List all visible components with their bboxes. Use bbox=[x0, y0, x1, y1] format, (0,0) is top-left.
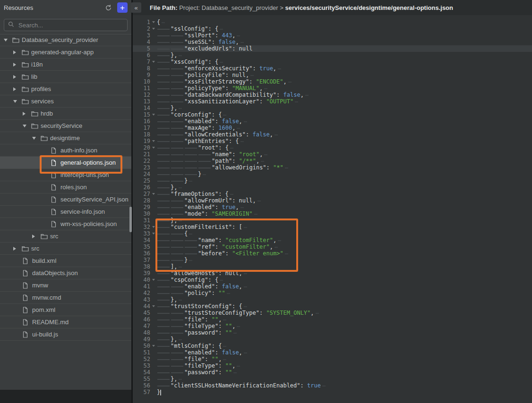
code-line[interactable]: 57} bbox=[133, 389, 532, 395]
tree-item-intercept-urls-json[interactable]: intercept-urls.json bbox=[0, 169, 131, 181]
tree-item-wm-xss-policies-json[interactable]: wm-xss-policies.json bbox=[0, 218, 131, 230]
fold-toggle-icon[interactable] bbox=[150, 343, 157, 349]
code-line[interactable]: 30"mode": "SAMEORIGIN" bbox=[133, 210, 532, 217]
tree-item-securityservice-api-json[interactable]: securityService_API.json bbox=[0, 193, 131, 206]
code-line[interactable]: 37} bbox=[133, 257, 532, 263]
tree-item-mvnw-cmd[interactable]: mvnw.cmd bbox=[0, 292, 131, 304]
code-line[interactable]: 18"allowCredentials": false, bbox=[133, 131, 532, 138]
code-line[interactable]: 29"enabled": true, bbox=[133, 204, 532, 210]
tree-item-pom-xml[interactable]: pom.xml bbox=[0, 304, 131, 316]
chevron-down-icon[interactable] bbox=[23, 125, 31, 127]
code-editor[interactable]: 1{2"sslConfig": {3"sslPort": 443,4"useSS… bbox=[133, 15, 532, 403]
code-line[interactable]: 15"corsConfig": { bbox=[133, 111, 532, 118]
fold-toggle-icon[interactable] bbox=[150, 59, 157, 65]
tree-item-services[interactable]: services bbox=[0, 95, 131, 108]
code-line[interactable]: 43}, bbox=[133, 296, 532, 303]
code-line[interactable]: 31}, bbox=[133, 217, 532, 224]
tree-item-hrdb[interactable]: hrdb bbox=[0, 108, 131, 120]
tree-item-src[interactable]: src bbox=[0, 230, 131, 243]
code-line[interactable]: 24} bbox=[133, 171, 532, 177]
tree-item-mvnw[interactable]: mvnw bbox=[0, 279, 131, 292]
search-box[interactable] bbox=[4, 19, 128, 31]
refresh-button[interactable] bbox=[103, 2, 113, 13]
tree-item-service-info-json[interactable]: service-info.json bbox=[0, 206, 131, 218]
chevron-right-icon[interactable] bbox=[13, 63, 22, 67]
fold-toggle-icon[interactable] bbox=[150, 111, 157, 118]
code-line[interactable]: 39"allowedHosts": null, bbox=[133, 270, 532, 277]
code-line[interactable]: 51"enabled": false, bbox=[133, 349, 532, 356]
code-line[interactable]: 8"enforceXssSecurity": true, bbox=[133, 65, 532, 72]
code-line[interactable]: 40"cspConfig": { bbox=[133, 277, 532, 283]
code-line[interactable]: 9"policyFile": null, bbox=[133, 72, 532, 78]
code-line[interactable]: 33{ bbox=[133, 230, 532, 237]
sidebar-scrollbar-thumb[interactable] bbox=[129, 207, 132, 232]
fold-toggle-icon[interactable] bbox=[150, 230, 157, 237]
code-line[interactable]: 20"root": { bbox=[133, 144, 532, 151]
code-line[interactable]: 13"xssSanitizationLayer": "OUTPUT" bbox=[133, 98, 532, 105]
code-line[interactable]: 46"file": "", bbox=[133, 316, 532, 323]
tree-item-src[interactable]: src bbox=[0, 243, 131, 255]
code-line[interactable]: 26}, bbox=[133, 184, 532, 191]
chevron-down-icon[interactable] bbox=[4, 39, 12, 42]
chevron-right-icon[interactable] bbox=[13, 50, 22, 54]
code-line[interactable]: 22"path": "/**", bbox=[133, 158, 532, 164]
code-line[interactable]: 53"fileType": "", bbox=[133, 362, 532, 369]
fold-toggle-icon[interactable] bbox=[150, 25, 157, 32]
code-line[interactable]: 32"customFilterList": [ bbox=[133, 224, 532, 230]
chevron-right-icon[interactable] bbox=[13, 75, 22, 79]
fold-toggle-icon[interactable] bbox=[150, 191, 157, 197]
fold-toggle-icon[interactable] bbox=[150, 224, 157, 230]
code-line[interactable]: 45"trustStoreConfigType": "SYSTEM_ONLY", bbox=[133, 310, 532, 316]
chevron-right-icon[interactable] bbox=[23, 112, 31, 116]
tree-item-dataobjects-json[interactable]: dataObjects.json bbox=[0, 267, 131, 279]
code-line[interactable]: 17"maxAge": 1600, bbox=[133, 125, 532, 131]
chevron-down-icon[interactable] bbox=[13, 100, 22, 103]
code-line[interactable]: 52"file": "", bbox=[133, 356, 532, 362]
tree-item-build-xml[interactable]: build.xml bbox=[0, 255, 131, 267]
chevron-down-icon[interactable] bbox=[32, 137, 41, 140]
code-line[interactable]: 27"frameOptions": { bbox=[133, 191, 532, 197]
code-line[interactable]: 14}, bbox=[133, 105, 532, 111]
code-line[interactable]: 47"fileType": "", bbox=[133, 323, 532, 329]
code-line[interactable]: 34"name": "customFilter", bbox=[133, 237, 532, 243]
tree-item-generated-angular-app[interactable]: generated-angular-app bbox=[0, 46, 131, 59]
code-line[interactable]: 10"xssFilterStrategy": "ENCODE", bbox=[133, 78, 532, 85]
collapse-sidebar-button[interactable]: « bbox=[131, 2, 141, 13]
search-input[interactable] bbox=[17, 21, 123, 29]
code-line[interactable]: 54"password": "" bbox=[133, 369, 532, 376]
tree-item-securityservice[interactable]: securityService bbox=[0, 120, 131, 132]
fold-toggle-icon[interactable] bbox=[150, 138, 157, 144]
chevron-right-icon[interactable] bbox=[13, 247, 22, 251]
code-line[interactable]: 56"clientSSLHostNameVerificationEnabled"… bbox=[133, 382, 532, 389]
code-line[interactable]: 3"sslPort": 443, bbox=[133, 32, 532, 39]
fold-toggle-icon[interactable] bbox=[150, 277, 157, 283]
chevron-right-icon[interactable] bbox=[13, 87, 22, 91]
code-line[interactable]: 49}, bbox=[133, 336, 532, 343]
code-line[interactable]: 21"name": "root", bbox=[133, 151, 532, 158]
code-line[interactable]: 38], bbox=[133, 263, 532, 270]
tree-item-readme-md[interactable]: README.md bbox=[0, 316, 131, 328]
code-line[interactable]: 41"enabled": false, bbox=[133, 283, 532, 290]
tree-item-roles-json[interactable]: roles.json bbox=[0, 181, 131, 193]
code-line[interactable]: 36"before": "<Filter enum>" bbox=[133, 250, 532, 257]
tree-item-designtime[interactable]: designtime bbox=[0, 132, 131, 144]
tree-item-database-security-provider[interactable]: Database_security_provider bbox=[0, 34, 131, 46]
code-line[interactable]: 11"policyType": "MANUAL", bbox=[133, 85, 532, 92]
code-line[interactable]: 28"allowFromUrl": null, bbox=[133, 197, 532, 204]
code-line[interactable]: 55}, bbox=[133, 376, 532, 382]
fold-toggle-icon[interactable] bbox=[150, 144, 157, 151]
tree-item-i18n[interactable]: i18n bbox=[0, 59, 131, 71]
code-line[interactable]: 19"pathEntries": { bbox=[133, 138, 532, 144]
fold-toggle-icon[interactable] bbox=[150, 303, 157, 310]
code-line[interactable]: 35"ref": "customFilter", bbox=[133, 243, 532, 250]
code-line[interactable]: 48"password": "" bbox=[133, 329, 532, 336]
chevron-right-icon[interactable] bbox=[32, 235, 41, 238]
code-line[interactable]: 4"useSSL": false, bbox=[133, 39, 532, 45]
code-line[interactable]: 50"mtlsConfig": { bbox=[133, 343, 532, 349]
tree-item-general-options-json[interactable]: general-options.json bbox=[0, 157, 131, 169]
code-line[interactable]: 23"allowedOrigins": "*" bbox=[133, 164, 532, 171]
code-line[interactable]: 25} bbox=[133, 177, 532, 184]
code-line[interactable]: 7"xssConfig": { bbox=[133, 59, 532, 65]
code-line[interactable]: 1{ bbox=[133, 19, 532, 25]
code-line[interactable]: 5"excludedUrls": null bbox=[133, 45, 532, 52]
